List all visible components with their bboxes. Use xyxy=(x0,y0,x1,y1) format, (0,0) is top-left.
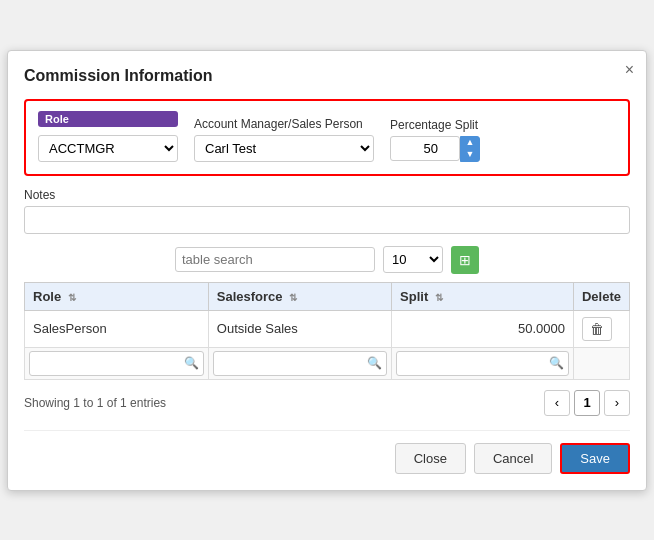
table-header-row: Role ⇅ Salesforce ⇅ Split ⇅ Delete xyxy=(25,282,630,310)
cell-split: 50.0000 xyxy=(392,310,574,347)
account-select[interactable]: Carl Test John Smith Jane Doe xyxy=(194,135,374,162)
modal-title: Commission Information xyxy=(24,67,630,85)
export-icon: ⊞ xyxy=(459,252,471,268)
col-delete-label: Delete xyxy=(582,289,621,304)
filter-delete-cell xyxy=(573,347,629,379)
cell-role: SalesPerson xyxy=(25,310,209,347)
filter-search-icon-salesforce: 🔍 xyxy=(367,356,382,370)
table-controls: 10 25 50 100 ⊞ xyxy=(24,246,630,274)
sort-icon-role[interactable]: ⇅ xyxy=(68,292,76,303)
filter-split-input[interactable] xyxy=(396,351,569,376)
export-button[interactable]: ⊞ xyxy=(451,246,479,274)
sort-icon-salesforce[interactable]: ⇅ xyxy=(289,292,297,303)
close-icon-button[interactable]: × xyxy=(625,61,634,79)
col-salesforce-label: Salesforce xyxy=(217,289,283,304)
split-label: Percentage Split xyxy=(390,118,480,132)
commission-form-section: Role ACCTMGR SALESPERSON MANAGER Account… xyxy=(24,99,630,176)
delete-button[interactable]: 🗑 xyxy=(582,317,612,341)
showing-text: Showing 1 to 1 of 1 entries xyxy=(24,396,166,410)
cancel-button[interactable]: Cancel xyxy=(474,443,552,474)
role-form-group: Role ACCTMGR SALESPERSON MANAGER xyxy=(38,111,178,162)
notes-label: Notes xyxy=(24,188,630,202)
filter-salesforce-wrap: 🔍 xyxy=(213,351,387,376)
next-page-button[interactable]: › xyxy=(604,390,630,416)
spinner-up-button[interactable]: ▲ xyxy=(461,137,479,149)
filter-row: 🔍 🔍 🔍 xyxy=(25,347,630,379)
close-button[interactable]: Close xyxy=(395,443,466,474)
data-table: Role ⇅ Salesforce ⇅ Split ⇅ Delete Sales… xyxy=(24,282,630,380)
modal-footer: Close Cancel Save xyxy=(24,430,630,474)
filter-split-wrap: 🔍 xyxy=(396,351,569,376)
notes-input[interactable] xyxy=(24,206,630,234)
table-footer: Showing 1 to 1 of 1 entries ‹ 1 › xyxy=(24,390,630,416)
filter-search-icon-split: 🔍 xyxy=(549,356,564,370)
filter-role-wrap: 🔍 xyxy=(29,351,204,376)
col-salesforce: Salesforce ⇅ xyxy=(208,282,391,310)
filter-salesforce-input[interactable] xyxy=(213,351,387,376)
modal-dialog: Commission Information × Role ACCTMGR SA… xyxy=(7,50,647,491)
filter-salesforce-cell: 🔍 xyxy=(208,347,391,379)
filter-search-icon-role: 🔍 xyxy=(184,356,199,370)
prev-page-button[interactable]: ‹ xyxy=(544,390,570,416)
col-split-label: Split xyxy=(400,289,428,304)
split-input[interactable] xyxy=(390,136,460,161)
sort-icon-split[interactable]: ⇅ xyxy=(435,292,443,303)
col-role: Role ⇅ xyxy=(25,282,209,310)
col-delete: Delete xyxy=(573,282,629,310)
pagination: ‹ 1 › xyxy=(544,390,630,416)
save-button[interactable]: Save xyxy=(560,443,630,474)
table-search-input[interactable] xyxy=(175,247,375,272)
spinner-down-button[interactable]: ▼ xyxy=(461,149,479,161)
split-form-group: Percentage Split ▲ ▼ xyxy=(390,118,480,162)
spinner-buttons: ▲ ▼ xyxy=(460,136,480,162)
cell-salesforce: Outside Sales xyxy=(208,310,391,347)
account-form-group: Account Manager/Sales Person Carl Test J… xyxy=(194,117,374,162)
col-split: Split ⇅ xyxy=(392,282,574,310)
col-role-label: Role xyxy=(33,289,61,304)
current-page-button[interactable]: 1 xyxy=(574,390,600,416)
role-select[interactable]: ACCTMGR SALESPERSON MANAGER xyxy=(38,135,178,162)
role-badge: Role xyxy=(38,111,178,127)
cell-delete: 🗑 xyxy=(573,310,629,347)
page-size-select[interactable]: 10 25 50 100 xyxy=(383,246,443,273)
split-input-wrapper: ▲ ▼ xyxy=(390,136,480,162)
filter-role-cell: 🔍 xyxy=(25,347,209,379)
account-label: Account Manager/Sales Person xyxy=(194,117,374,131)
filter-split-cell: 🔍 xyxy=(392,347,574,379)
filter-role-input[interactable] xyxy=(29,351,204,376)
notes-section: Notes xyxy=(24,188,630,234)
table-row: SalesPerson Outside Sales 50.0000 🗑 xyxy=(25,310,630,347)
